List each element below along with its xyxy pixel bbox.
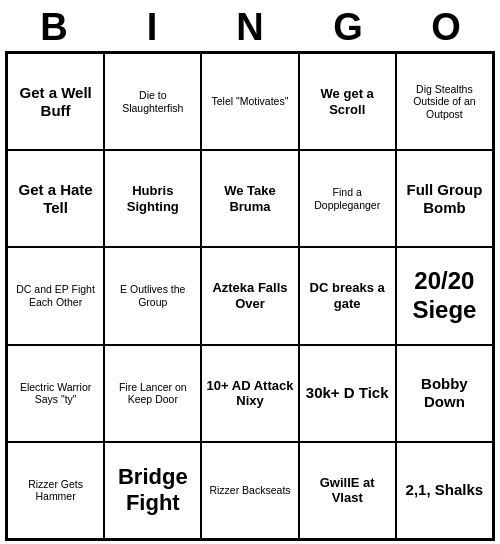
cell-17: 10+ AD Attack Nixy bbox=[201, 345, 298, 442]
letter-i: I bbox=[109, 6, 195, 49]
cell-14: 20/20 Siege bbox=[396, 247, 493, 344]
cell-13: DC breaks a gate bbox=[299, 247, 396, 344]
cell-7: We Take Bruma bbox=[201, 150, 298, 247]
cell-8: Find a Doppleganger bbox=[299, 150, 396, 247]
cell-21: Bridge Fight bbox=[104, 442, 201, 539]
letter-b: B bbox=[11, 6, 97, 49]
cell-22: Rizzer Backseats bbox=[201, 442, 298, 539]
cell-15: Electric Warrior Says "ty" bbox=[7, 345, 104, 442]
cell-1: Die to Slaughterfish bbox=[104, 53, 201, 150]
cell-24: 2,1, Shalks bbox=[396, 442, 493, 539]
cell-12: Azteka Falls Over bbox=[201, 247, 298, 344]
cell-16: Fire Lancer on Keep Door bbox=[104, 345, 201, 442]
cell-11: E Outlives the Group bbox=[104, 247, 201, 344]
cell-0: Get a Well Buff bbox=[7, 53, 104, 150]
cell-18: 30k+ D Tick bbox=[299, 345, 396, 442]
cell-5: Get a Hate Tell bbox=[7, 150, 104, 247]
cell-3: We get a Scroll bbox=[299, 53, 396, 150]
letter-g: G bbox=[305, 6, 391, 49]
cell-2: Telel "Motivates" bbox=[201, 53, 298, 150]
bingo-grid: Get a Well BuffDie to SlaughterfishTelel… bbox=[5, 51, 495, 541]
cell-4: Dig Stealths Outside of an Outpost bbox=[396, 53, 493, 150]
cell-20: Rizzer Gets Hammer bbox=[7, 442, 104, 539]
bingo-title: B I N G O bbox=[5, 0, 495, 51]
cell-6: Hubris Sighting bbox=[104, 150, 201, 247]
letter-o: O bbox=[403, 6, 489, 49]
cell-10: DC and EP Fight Each Other bbox=[7, 247, 104, 344]
cell-23: GwillE at Vlast bbox=[299, 442, 396, 539]
cell-19: Bobby Down bbox=[396, 345, 493, 442]
cell-9: Full Group Bomb bbox=[396, 150, 493, 247]
letter-n: N bbox=[207, 6, 293, 49]
